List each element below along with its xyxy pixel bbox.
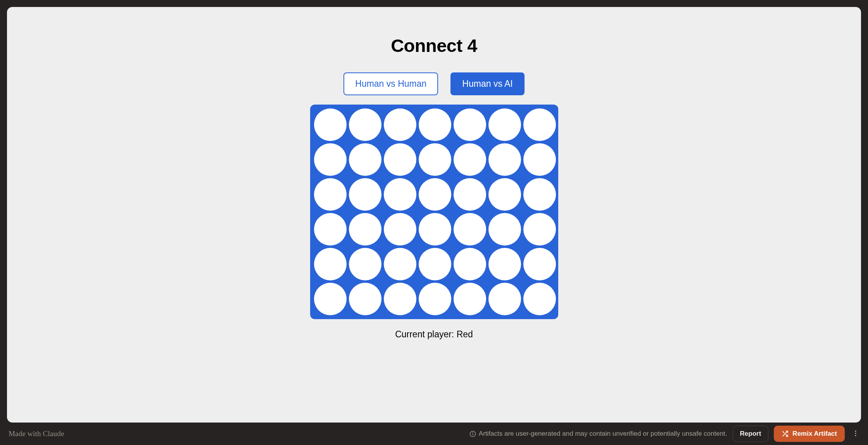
board-cell[interactable] <box>314 248 347 280</box>
board-cell[interactable] <box>349 248 381 280</box>
board-cell[interactable] <box>454 108 486 141</box>
svg-point-7 <box>855 433 856 434</box>
board-cell[interactable] <box>314 213 347 246</box>
board-cell[interactable] <box>419 213 451 246</box>
board-cell[interactable] <box>419 283 451 315</box>
board-cell[interactable] <box>488 143 521 176</box>
mode-human-vs-human-button[interactable]: Human vs Human <box>343 72 438 95</box>
board-cell[interactable] <box>384 143 416 176</box>
board-cell[interactable] <box>488 213 521 246</box>
app-frame: Connect 4 Human vs Human Human vs AI Cur… <box>7 7 861 423</box>
more-menu-button[interactable] <box>850 427 861 441</box>
info-icon <box>469 430 476 437</box>
outer-frame: Connect 4 Human vs Human Human vs AI Cur… <box>0 0 868 423</box>
board-cell[interactable] <box>384 178 416 211</box>
made-with-claude-label[interactable]: Made with Claude <box>9 430 64 438</box>
shuffle-icon <box>782 430 789 437</box>
svg-point-2 <box>473 432 473 433</box>
footer-bar: Made with Claude Artifacts are user-gene… <box>0 423 868 445</box>
svg-point-6 <box>855 430 856 431</box>
board-cell[interactable] <box>384 213 416 246</box>
mode-human-vs-ai-button[interactable]: Human vs AI <box>450 72 524 95</box>
board-cell[interactable] <box>349 283 381 315</box>
board-cell[interactable] <box>454 248 486 280</box>
board-cell[interactable] <box>488 283 521 315</box>
board-cell[interactable] <box>523 213 556 246</box>
status-text: Current player: Red <box>395 329 473 340</box>
board-cell[interactable] <box>384 283 416 315</box>
board-cell[interactable] <box>454 283 486 315</box>
board-cell[interactable] <box>523 108 556 141</box>
board-cell[interactable] <box>523 143 556 176</box>
board-cell[interactable] <box>314 108 347 141</box>
board-cell[interactable] <box>349 178 381 211</box>
game-board <box>310 105 558 319</box>
board-cell[interactable] <box>523 248 556 280</box>
board-cell[interactable] <box>454 178 486 211</box>
report-button[interactable]: Report <box>733 426 769 442</box>
board-cell[interactable] <box>314 178 347 211</box>
board-cell[interactable] <box>314 143 347 176</box>
board-cell[interactable] <box>523 283 556 315</box>
board-cell[interactable] <box>419 108 451 141</box>
footer-right: Artifacts are user-generated and may con… <box>469 426 861 442</box>
disclaimer-text: Artifacts are user-generated and may con… <box>479 430 727 438</box>
board-cell[interactable] <box>488 178 521 211</box>
svg-point-8 <box>855 435 856 436</box>
remix-label: Remix Artifact <box>792 430 837 438</box>
board-cell[interactable] <box>384 108 416 141</box>
board-cell[interactable] <box>454 213 486 246</box>
remix-artifact-button[interactable]: Remix Artifact <box>774 426 845 442</box>
board-cell[interactable] <box>419 178 451 211</box>
board-cell[interactable] <box>488 108 521 141</box>
board-cell[interactable] <box>488 248 521 280</box>
game-title: Connect 4 <box>391 35 477 56</box>
board-cell[interactable] <box>419 143 451 176</box>
board-cell[interactable] <box>384 248 416 280</box>
board-cell[interactable] <box>349 213 381 246</box>
board-cell[interactable] <box>523 178 556 211</box>
board-cell[interactable] <box>454 143 486 176</box>
board-cell[interactable] <box>349 143 381 176</box>
dots-vertical-icon <box>852 430 859 438</box>
board-cell[interactable] <box>349 108 381 141</box>
mode-buttons: Human vs Human Human vs AI <box>343 72 524 95</box>
board-cell[interactable] <box>314 283 347 315</box>
svg-line-5 <box>783 431 784 433</box>
board-cell[interactable] <box>419 248 451 280</box>
